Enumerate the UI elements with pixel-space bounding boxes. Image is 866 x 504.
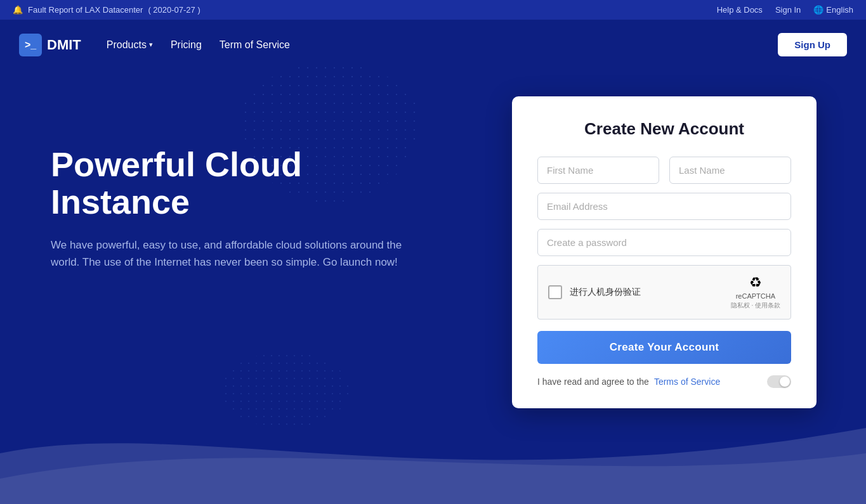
email-group	[537, 193, 791, 220]
pricing-nav-link[interactable]: Pricing	[171, 39, 202, 51]
recaptcha-label: 进行人机身份验证	[570, 287, 641, 298]
lang-icon: 🌐	[813, 5, 823, 15]
form-title: Create New Account	[537, 119, 791, 139]
nav-links: Products ▾ Pricing Term of Service	[107, 39, 290, 51]
logo-link[interactable]: >_ DMIT	[19, 34, 81, 56]
header-right-links: Help & Docs Sign In 🌐 English	[717, 5, 853, 15]
recaptcha-checkbox[interactable]	[548, 285, 562, 299]
recaptcha-links: 隐私权 · 使用条款	[731, 301, 780, 310]
hero-description: We have powerful, easy to use, and affor…	[51, 236, 406, 271]
chevron-down-icon: ▾	[149, 41, 153, 49]
toggle-thumb	[780, 377, 790, 387]
hero-section: Powerful Cloud Instance We have powerful…	[51, 146, 406, 271]
signup-button[interactable]: Sign Up	[778, 33, 847, 56]
hero-headline-line2: Instance	[51, 183, 190, 221]
language-selector[interactable]: 🌐 English	[813, 5, 853, 15]
registration-card: Create New Account 进行人机身份验证 ♻ reCAPTCHA …	[512, 96, 817, 408]
hero-headline: Powerful Cloud Instance	[51, 146, 406, 221]
bell-icon	[13, 5, 23, 15]
hero-headline-line1: Powerful Cloud	[51, 145, 302, 183]
recaptcha-left: 进行人机身份验证	[548, 285, 641, 299]
tos-toggle[interactable]	[767, 375, 791, 388]
recaptcha-logo-icon: ♻	[749, 275, 762, 291]
navbar: >_ DMIT Products ▾ Pricing Term of Servi…	[0, 25, 866, 64]
alert-bar: Fault Report of LAX Datacenter ( 2020-07…	[0, 0, 866, 20]
products-label: Products	[107, 39, 147, 51]
alert-text: Fault Report of LAX Datacenter	[28, 5, 143, 15]
recaptcha-widget[interactable]: 进行人机身份验证 ♻ reCAPTCHA 隐私权 · 使用条款	[537, 265, 791, 320]
last-name-input[interactable]	[669, 157, 791, 184]
name-row	[537, 157, 791, 184]
logo-text: DMIT	[47, 37, 81, 53]
tos-row: I have read and agree to the Terms of Se…	[537, 375, 791, 388]
recaptcha-branding: ♻ reCAPTCHA 隐私权 · 使用条款	[731, 275, 780, 310]
password-group	[537, 229, 791, 256]
tos-prefix-text: I have read and agree to the	[537, 377, 649, 387]
lang-label: English	[826, 5, 853, 15]
tos-nav-link[interactable]: Term of Service	[220, 39, 290, 51]
help-docs-link[interactable]: Help & Docs	[717, 5, 763, 15]
create-account-button[interactable]: Create Your Account	[537, 331, 791, 364]
signin-link[interactable]: Sign In	[775, 5, 801, 15]
logo-icon: >_	[19, 34, 42, 56]
email-input[interactable]	[537, 193, 791, 220]
first-name-input[interactable]	[537, 157, 659, 184]
password-input[interactable]	[537, 229, 791, 256]
tos-link[interactable]: Terms of Service	[654, 377, 720, 387]
alert-date: ( 2020-07-27 )	[148, 5, 200, 15]
recaptcha-brand-label: reCAPTCHA	[736, 292, 775, 300]
products-nav-link[interactable]: Products ▾	[107, 39, 153, 51]
